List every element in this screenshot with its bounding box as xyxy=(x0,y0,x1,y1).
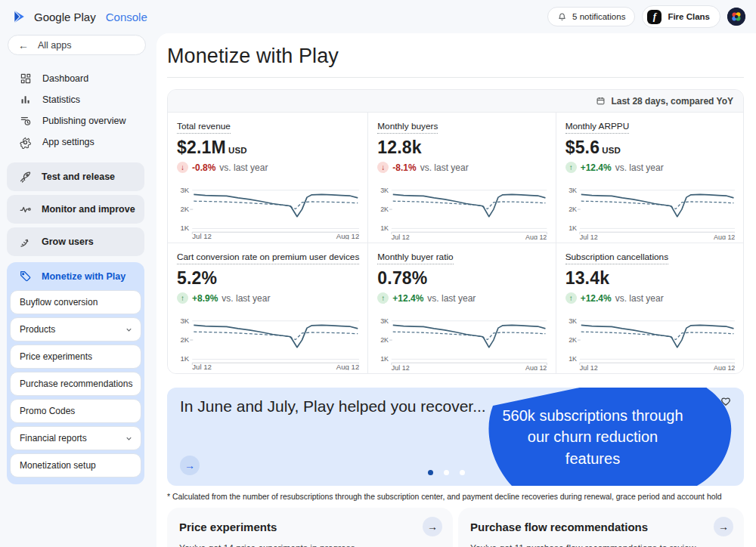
card-preview: You've got 11 purchase flow recommendati… xyxy=(470,543,733,547)
metric-change-percent: -8.1% xyxy=(392,162,416,173)
footnote: * Calculated from the number of resubscr… xyxy=(167,493,744,501)
play-logo-icon xyxy=(12,9,27,24)
trend-down-icon: ↓ xyxy=(177,162,188,173)
metric-card-cart-conversion-rate-on-premium-user-devices: Cart conversion rate on premium user dev… xyxy=(168,243,367,373)
svg-text:Jul 12: Jul 12 xyxy=(392,363,410,370)
notifications-button[interactable]: 5 notifications xyxy=(547,7,635,26)
svg-text:3K: 3K xyxy=(380,187,389,194)
svg-text:Jul 12: Jul 12 xyxy=(192,363,212,370)
account-avatar[interactable] xyxy=(727,8,745,26)
statistics-icon xyxy=(19,94,32,106)
sidebar-item-app-settings[interactable]: App settings xyxy=(0,131,156,153)
sidebar-monetize-section: Monetize with Play Buyflow conversionPro… xyxy=(7,262,144,484)
carousel-dot-2[interactable] xyxy=(444,470,449,475)
brand-name: Google Play xyxy=(34,11,96,23)
sidebar-item-buyflow-conversion[interactable]: Buyflow conversion xyxy=(10,290,141,314)
metric-title[interactable]: Monthly buyer ratio xyxy=(377,252,453,264)
metric-sparkline: 3K 2K 1K Jul 12 Aug 12 xyxy=(177,184,359,240)
svg-text:Jul 12: Jul 12 xyxy=(192,233,212,240)
metric-title[interactable]: Monthly buyers xyxy=(377,121,438,134)
chevron-down-icon xyxy=(125,326,133,334)
trend-up-icon: ↑ xyxy=(565,292,577,304)
sidebar-item-test-and-release[interactable]: Test and release xyxy=(7,162,144,191)
rocket-icon xyxy=(19,171,32,184)
metric-card-total-revenue: Total revenue$2.1MUSD↓-0.8%vs. last year… xyxy=(168,113,367,243)
svg-text:2K: 2K xyxy=(380,206,389,213)
metric-card-subscription-cancellations: Subscription cancellations13.4k↑+12.4%vs… xyxy=(556,243,743,373)
price-experiments-card: Price experiments → You've got 14 price … xyxy=(167,508,453,547)
metric-title[interactable]: Subscription cancellations xyxy=(565,252,668,264)
banner-next-button[interactable]: → xyxy=(180,456,200,475)
sidebar-item-publishing-overview[interactable]: Publishing overview xyxy=(0,110,156,131)
metric-change: ↑+12.4%vs. last year xyxy=(565,162,735,173)
sidebar-item-monetize-with-play[interactable]: Monetize with Play xyxy=(10,262,141,290)
purchase-flow-open-button[interactable]: → xyxy=(714,517,733,536)
trend-up-icon: ↑ xyxy=(177,292,188,304)
sidebar-item-label: Products xyxy=(20,324,55,335)
metric-change-suffix: vs. last year xyxy=(420,162,469,173)
metrics-panel: Last 28 days, compared YoY Total revenue… xyxy=(167,89,744,374)
svg-text:Jul 12: Jul 12 xyxy=(579,233,597,240)
svg-text:1K: 1K xyxy=(180,354,189,363)
metric-change-suffix: vs. last year xyxy=(427,293,476,304)
sidebar-item-promo-codes[interactable]: Promo Codes xyxy=(10,399,141,423)
svg-text:3K: 3K xyxy=(569,317,577,325)
sidebar-item-dashboard[interactable]: Dashboard xyxy=(0,68,156,89)
metric-change-suffix: vs. last year xyxy=(219,162,268,173)
price-tag-icon xyxy=(19,270,32,283)
svg-text:1K: 1K xyxy=(380,224,389,232)
sidebar-sections: Test and releaseMonitor and improveGrow … xyxy=(0,162,156,256)
sidebar-item-label: Purchase recommendations xyxy=(20,379,132,389)
metric-value: 12.8k xyxy=(377,138,547,158)
trend-down-icon: ↓ xyxy=(377,162,389,173)
brand-product: Console xyxy=(106,11,147,23)
svg-text:3K: 3K xyxy=(180,186,189,194)
metric-title[interactable]: Cart conversion rate on premium user dev… xyxy=(177,252,359,264)
sidebar-item-label: Statistics xyxy=(42,94,80,105)
carousel-dot-1[interactable] xyxy=(428,470,433,475)
trend-up-icon: ↑ xyxy=(377,292,389,304)
svg-text:1K: 1K xyxy=(180,224,189,232)
metric-change-percent: +8.9% xyxy=(192,293,218,304)
sidebar-item-financial-reports[interactable]: Financial reports xyxy=(10,426,141,450)
sidebar-item-label: Grow users xyxy=(42,236,94,247)
price-experiments-open-button[interactable]: → xyxy=(423,517,442,536)
sidebar-item-label: Buyflow conversion xyxy=(20,297,98,307)
svg-text:1K: 1K xyxy=(569,224,577,232)
sidebar-item-grow-users[interactable]: Grow users xyxy=(7,227,144,256)
metric-title[interactable]: Monthly ARPPU xyxy=(565,121,630,134)
svg-text:Aug 12: Aug 12 xyxy=(714,363,735,370)
brand: Google PlayConsole xyxy=(12,9,147,24)
sidebar-nav: DashboardStatisticsPublishing overviewAp… xyxy=(0,68,156,153)
svg-text:3K: 3K xyxy=(180,317,189,325)
svg-text:Jul 12: Jul 12 xyxy=(579,363,597,370)
sidebar-item-statistics[interactable]: Statistics xyxy=(0,89,156,110)
metric-change-suffix: vs. last year xyxy=(615,293,664,304)
metric-value: $5.6USD xyxy=(565,138,735,158)
heart-icon[interactable] xyxy=(719,394,733,407)
metric-card-monthly-arppu: Monthly ARPPU$5.6USD↑+12.4%vs. last year… xyxy=(556,113,743,243)
sidebar-item-monetization-setup[interactable]: Monetization setup xyxy=(10,453,141,477)
metric-change-suffix: vs. last year xyxy=(222,293,270,304)
sidebar-item-monitor-and-improve[interactable]: Monitor and improve xyxy=(7,195,144,224)
calendar-icon xyxy=(596,96,606,106)
app-switcher[interactable]: f Fire Clans xyxy=(642,5,720,28)
metric-sparkline: 3K 2K 1K Jul 12 Aug 12 xyxy=(177,314,359,370)
svg-text:Aug 12: Aug 12 xyxy=(525,233,547,240)
sidebar-item-price-experiments[interactable]: Price experiments xyxy=(10,345,141,369)
metric-change-percent: +12.4% xyxy=(581,162,612,173)
all-apps-button[interactable]: ← All apps xyxy=(8,35,146,55)
svg-text:2K: 2K xyxy=(569,336,577,344)
carousel-dot-3[interactable] xyxy=(460,470,465,475)
metric-sparkline: 3K 2K 1K Jul 12 Aug 12 xyxy=(565,314,735,370)
metric-change: ↓-0.8%vs. last year xyxy=(177,162,359,173)
title-bar: Monetize with Play xyxy=(167,33,744,78)
metric-card-monthly-buyer-ratio: Monthly buyer ratio0.78%↑+12.4%vs. last … xyxy=(368,243,555,373)
metric-title[interactable]: Total revenue xyxy=(177,121,231,134)
sidebar-item-products[interactable]: Products xyxy=(10,317,141,341)
app-switcher-label: Fire Clans xyxy=(668,12,710,21)
svg-text:2K: 2K xyxy=(380,336,389,344)
sidebar-item-purchase-recommendations[interactable]: Purchase recommendations xyxy=(10,372,141,396)
svg-text:Aug 12: Aug 12 xyxy=(336,363,360,370)
date-filter[interactable]: Last 28 days, compared YoY xyxy=(168,90,743,113)
